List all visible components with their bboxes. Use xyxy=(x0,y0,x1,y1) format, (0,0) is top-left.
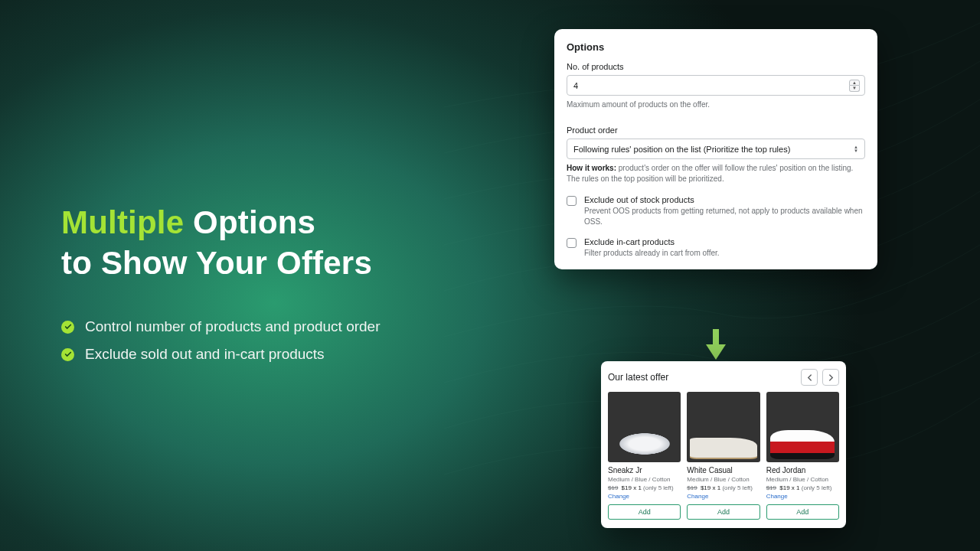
feature-bullets: Control number of products and product o… xyxy=(61,318,490,363)
options-title: Options xyxy=(567,41,865,53)
add-button[interactable]: Add xyxy=(766,504,839,520)
change-variant-link[interactable]: Change xyxy=(608,493,681,500)
bullet-text: Exclude sold out and in-cart products xyxy=(85,346,325,363)
product-image xyxy=(608,392,681,462)
product-variant: Medium / Blue / Cotton xyxy=(687,476,760,483)
add-button[interactable]: Add xyxy=(687,504,760,520)
num-products-input[interactable]: 4 ▲ ▼ xyxy=(567,75,865,96)
num-products-value: 4 xyxy=(573,81,849,90)
options-panel: Options No. of products 4 ▲ ▼ Maximum am… xyxy=(554,29,877,269)
offer-title: Our latest offer xyxy=(608,372,668,383)
add-button[interactable]: Add xyxy=(608,504,681,520)
num-products-helper: Maximum amount of products on the offer. xyxy=(567,99,865,110)
product-image xyxy=(766,392,839,462)
product-order-select[interactable]: Following rules' position on the list (P… xyxy=(567,139,865,159)
carousel-next-button[interactable] xyxy=(822,369,839,386)
headline-line2: to Show Your Offers xyxy=(61,245,372,281)
product-price: $19 $19 x 1 (only 5 left) xyxy=(687,484,760,491)
carousel-prev-button[interactable] xyxy=(801,369,818,386)
change-variant-link[interactable]: Change xyxy=(766,493,839,500)
exclude-cart-label: Exclude in-cart products xyxy=(584,237,720,246)
bullet-item: Exclude sold out and in-cart products xyxy=(61,346,490,363)
exclude-oos-checkbox[interactable] xyxy=(567,196,577,206)
exclude-oos-row: Exclude out of stock products Prevent OO… xyxy=(567,195,865,227)
stepper-up-icon[interactable]: ▲ xyxy=(849,80,860,86)
arrow-down-icon xyxy=(704,329,727,360)
stepper-down-icon[interactable]: ▼ xyxy=(849,86,860,92)
product-price: $19 $19 x 1 (only 5 left) xyxy=(608,484,681,491)
product-order-label: Product order xyxy=(567,126,865,135)
product-order-value: Following rules' position on the list (P… xyxy=(573,145,854,154)
product-variant: Medium / Blue / Cotton xyxy=(766,476,839,483)
product-list: Sneakz Jr Medium / Blue / Cotton $19 $19… xyxy=(608,392,839,520)
product-name: Sneakz Jr xyxy=(608,466,681,474)
bullet-text: Control number of products and product o… xyxy=(85,318,381,335)
offer-preview-card: Our latest offer Sneakz Jr Medium / Blue… xyxy=(601,361,846,528)
exclude-oos-helper: Prevent OOS products from getting return… xyxy=(584,206,865,227)
check-icon xyxy=(61,348,74,361)
how-it-works-label: How it works: xyxy=(567,164,616,172)
change-variant-link[interactable]: Change xyxy=(687,493,760,500)
headline-accent: Multiple xyxy=(61,204,184,240)
exclude-cart-checkbox[interactable] xyxy=(567,238,577,248)
product-variant: Medium / Blue / Cotton xyxy=(608,476,681,483)
bullet-item: Control number of products and product o… xyxy=(61,318,490,335)
product-name: White Casual xyxy=(687,466,760,474)
product-card: Sneakz Jr Medium / Blue / Cotton $19 $19… xyxy=(608,392,681,520)
headline-rest: Options xyxy=(184,204,315,240)
exclude-oos-label: Exclude out of stock products xyxy=(584,195,865,204)
exclude-cart-row: Exclude in-cart products Filter products… xyxy=(567,237,865,259)
check-icon xyxy=(61,321,74,334)
product-name: Red Jordan xyxy=(766,466,839,474)
num-products-label: No. of products xyxy=(567,62,865,71)
product-card: White Casual Medium / Blue / Cotton $19 … xyxy=(687,392,760,520)
page-headline: Multiple Options to Show Your Offers xyxy=(61,203,490,283)
exclude-cart-helper: Filter products already in cart from off… xyxy=(584,248,720,259)
product-order-helper: How it works: product's order on the off… xyxy=(567,163,865,184)
quantity-stepper[interactable]: ▲ ▼ xyxy=(849,80,860,92)
select-caret-icon: ▲▼ xyxy=(854,145,858,152)
product-card: Red Jordan Medium / Blue / Cotton $19 $1… xyxy=(766,392,839,520)
product-price: $19 $19 x 1 (only 5 left) xyxy=(766,484,839,491)
product-image xyxy=(687,392,760,462)
